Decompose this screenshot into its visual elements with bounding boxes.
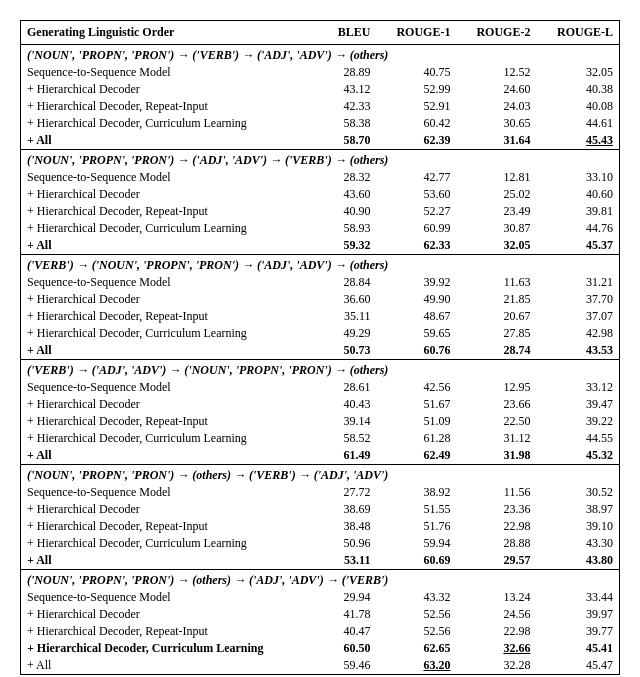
rougel-cell: 38.97 [536, 501, 619, 518]
table-row: + Hierarchical Decoder38.6951.5523.3638.… [21, 501, 620, 518]
rouge1-cell: 40.75 [376, 64, 456, 81]
rouge2-cell: 30.65 [456, 115, 536, 132]
rougel-cell: 39.77 [536, 623, 619, 640]
model-cell: + Hierarchical Decoder, Repeat-Input [21, 308, 323, 325]
rougel-cell: 39.97 [536, 606, 619, 623]
rouge2-cell: 11.63 [456, 274, 536, 291]
header-row: Generating Linguistic Order BLEU ROUGE-1… [21, 21, 620, 45]
rouge1-cell: 51.76 [376, 518, 456, 535]
rouge1-cell: 60.42 [376, 115, 456, 132]
model-cell: + Hierarchical Decoder [21, 186, 323, 203]
rouge2-cell: 22.98 [456, 623, 536, 640]
bleu-cell: 58.70 [322, 132, 376, 150]
bleu-cell: 43.12 [322, 81, 376, 98]
rougel-cell: 45.41 [536, 640, 619, 657]
model-cell: + Hierarchical Decoder, Repeat-Input [21, 98, 323, 115]
bleu-cell: 38.69 [322, 501, 376, 518]
table-row: + All58.7062.3931.6445.43 [21, 132, 620, 150]
table-row: + Hierarchical Decoder, Curriculum Learn… [21, 115, 620, 132]
bleu-cell: 49.29 [322, 325, 376, 342]
rouge2-cell: 29.57 [456, 552, 536, 570]
table-row: + Hierarchical Decoder, Curriculum Learn… [21, 535, 620, 552]
rougel-cell: 45.47 [536, 657, 619, 675]
rougel-cell: 45.43 [536, 132, 619, 150]
table-row: + All50.7360.7628.7443.53 [21, 342, 620, 360]
table-row: + All59.4663.2032.2845.47 [21, 657, 620, 675]
rouge1-cell: 51.55 [376, 501, 456, 518]
rougel-cell: 31.21 [536, 274, 619, 291]
rouge2-cell: 22.98 [456, 518, 536, 535]
rouge2-cell: 13.24 [456, 589, 536, 606]
rouge2-cell: 25.02 [456, 186, 536, 203]
table-row: Sequence-to-Sequence Model29.9443.3213.2… [21, 589, 620, 606]
model-cell: + All [21, 132, 323, 150]
rouge2-cell: 21.85 [456, 291, 536, 308]
table-row: + Hierarchical Decoder, Curriculum Learn… [21, 325, 620, 342]
model-cell: + All [21, 552, 323, 570]
bleu-cell: 43.60 [322, 186, 376, 203]
model-cell: + Hierarchical Decoder, Curriculum Learn… [21, 325, 323, 342]
table-row: + Hierarchical Decoder41.7852.5624.5639.… [21, 606, 620, 623]
rouge2-cell: 22.50 [456, 413, 536, 430]
bleu-cell: 28.89 [322, 64, 376, 81]
rouge1-cell: 52.56 [376, 606, 456, 623]
rougel-cell: 42.98 [536, 325, 619, 342]
rouge2-cell: 23.49 [456, 203, 536, 220]
rouge1-cell: 48.67 [376, 308, 456, 325]
rouge1-cell: 52.99 [376, 81, 456, 98]
section-header-text: ('NOUN', 'PROPN', 'PRON') → (others) → (… [21, 570, 620, 590]
model-cell: + Hierarchical Decoder, Curriculum Learn… [21, 430, 323, 447]
bleu-cell: 50.96 [322, 535, 376, 552]
table-row: + Hierarchical Decoder, Repeat-Input38.4… [21, 518, 620, 535]
rouge2-cell: 12.81 [456, 169, 536, 186]
table-row: + Hierarchical Decoder, Curriculum Learn… [21, 430, 620, 447]
rougel-cell: 33.10 [536, 169, 619, 186]
table-row: + Hierarchical Decoder43.1252.9924.6040.… [21, 81, 620, 98]
rougel-cell: 32.05 [536, 64, 619, 81]
rouge1-cell: 59.65 [376, 325, 456, 342]
bleu-cell: 36.60 [322, 291, 376, 308]
model-cell: + Hierarchical Decoder [21, 396, 323, 413]
rouge2-cell: 12.52 [456, 64, 536, 81]
rouge1-cell: 62.33 [376, 237, 456, 255]
bleu-cell: 59.32 [322, 237, 376, 255]
rougel-cell: 39.22 [536, 413, 619, 430]
table-row: + All53.1160.6929.5743.80 [21, 552, 620, 570]
table-row: + Hierarchical Decoder40.4351.6723.6639.… [21, 396, 620, 413]
rougel-cell: 40.38 [536, 81, 619, 98]
rouge1-cell: 62.39 [376, 132, 456, 150]
rouge2-cell: 30.87 [456, 220, 536, 237]
model-cell: + Hierarchical Decoder, Repeat-Input [21, 518, 323, 535]
section-header-row: ('NOUN', 'PROPN', 'PRON') → ('ADJ', 'ADV… [21, 150, 620, 170]
rouge1-cell: 52.56 [376, 623, 456, 640]
bleu-cell: 58.93 [322, 220, 376, 237]
rouge1-cell: 52.91 [376, 98, 456, 115]
model-cell: Sequence-to-Sequence Model [21, 64, 323, 81]
rougel-cell: 43.53 [536, 342, 619, 360]
rougel-cell: 37.70 [536, 291, 619, 308]
rouge2-cell: 11.56 [456, 484, 536, 501]
rougel-cell: 40.60 [536, 186, 619, 203]
bleu-cell: 40.43 [322, 396, 376, 413]
rougel-cell: 44.61 [536, 115, 619, 132]
rouge1-cell: 52.27 [376, 203, 456, 220]
rougel-cell: 44.76 [536, 220, 619, 237]
rouge2-cell: 24.03 [456, 98, 536, 115]
table-row: + Hierarchical Decoder, Repeat-Input35.1… [21, 308, 620, 325]
table-row: + All59.3262.3332.0545.37 [21, 237, 620, 255]
section-header-row: ('NOUN', 'PROPN', 'PRON') → (others) → (… [21, 465, 620, 485]
table-row: + Hierarchical Decoder, Repeat-Input42.3… [21, 98, 620, 115]
rouge2-cell: 28.88 [456, 535, 536, 552]
rouge1-cell: 53.60 [376, 186, 456, 203]
rouge2-cell: 32.05 [456, 237, 536, 255]
table-row: Sequence-to-Sequence Model28.6142.5612.9… [21, 379, 620, 396]
table-row: + Hierarchical Decoder, Repeat-Input39.1… [21, 413, 620, 430]
bleu-cell: 27.72 [322, 484, 376, 501]
rouge1-cell: 60.69 [376, 552, 456, 570]
rouge1-cell: 60.76 [376, 342, 456, 360]
rougel-cell: 30.52 [536, 484, 619, 501]
rouge1-cell: 60.99 [376, 220, 456, 237]
rougel-cell: 33.44 [536, 589, 619, 606]
bleu-cell: 42.33 [322, 98, 376, 115]
model-cell: + All [21, 447, 323, 465]
